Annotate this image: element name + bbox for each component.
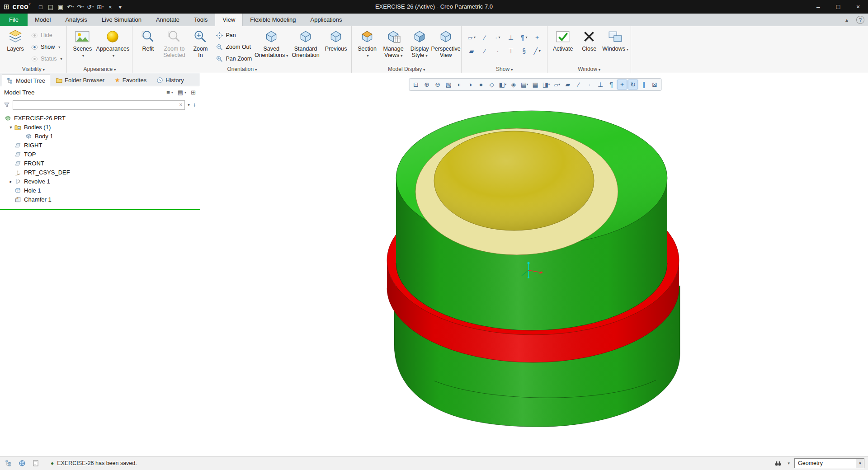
previous-button[interactable]: Previous — [323, 28, 349, 52]
standard-orientation-button[interactable]: Standard Orientation — [288, 28, 323, 59]
display-style-button[interactable]: Display Style▾ — [406, 28, 433, 59]
open-file-button[interactable]: ▤ — [46, 1, 55, 12]
tree-item-chamfer-1[interactable]: Chamfer 1 — [0, 195, 200, 204]
pause-button[interactable]: ∥ — [639, 80, 649, 89]
tree-item-body-1[interactable]: Body 1 — [0, 132, 200, 141]
customize-toolbar-button[interactable]: ▾ — [116, 1, 125, 12]
help-icon[interactable]: ? — [856, 16, 864, 24]
tree-item-front[interactable]: FRONT — [0, 159, 200, 168]
perspective-button[interactable]: ◈ — [509, 80, 519, 89]
search-tool-icon[interactable] — [773, 458, 783, 468]
zoom-in-button[interactable]: ⊕ — [422, 80, 432, 89]
tab-analysis[interactable]: Analysis — [58, 14, 94, 26]
axis-display-button[interactable]: ∕ — [479, 31, 491, 43]
tree-item-bodies-1-[interactable]: ▾Bodies (1) — [0, 122, 200, 132]
activate-button[interactable]: Activate — [550, 28, 576, 52]
clip-button[interactable]: ⊠ — [650, 80, 660, 89]
tree-item-hole-1[interactable]: Hole 1 — [0, 186, 200, 195]
windows-button[interactable]: Windows▾ — [602, 28, 628, 52]
navigator-toggle-icon[interactable] — [4, 458, 14, 468]
clear-search-icon[interactable]: × — [179, 102, 182, 108]
tree-expand-all-button[interactable]: ⊞ — [191, 89, 196, 96]
notification-log-icon[interactable] — [31, 458, 41, 468]
repaint-button[interactable]: ▧ — [443, 80, 454, 89]
tab-flexible-modeling[interactable]: Flexible Modeling — [243, 14, 303, 26]
minimize-ribbon-icon[interactable]: ▴ — [843, 16, 851, 24]
spin-center-button[interactable]: + — [531, 31, 543, 43]
ribbon-group-label-model-display[interactable]: Model Display▾ — [352, 66, 461, 72]
shaded-button[interactable]: ● — [476, 80, 486, 89]
orient-mode-button[interactable]: ↻ — [628, 80, 638, 89]
redo-button[interactable]: ↷▾ — [76, 1, 85, 12]
tree-item-revolve-1[interactable]: ▸Revolve 1 — [0, 177, 200, 186]
zoom-to-selected-button[interactable]: Zoom to Selected — [161, 28, 187, 59]
no-hidden-button[interactable]: ◇ — [487, 80, 497, 89]
manage-views-button[interactable]: Manage Views▾ — [380, 28, 406, 59]
expander-icon[interactable]: ▾ — [7, 125, 14, 130]
status-button[interactable]: Status▾ — [28, 53, 64, 64]
ribbon-group-label-visibility[interactable]: Visibility▾ — [0, 66, 66, 72]
tree-display-button[interactable]: ▤▾ — [178, 89, 186, 96]
new-file-button[interactable]: □ — [36, 1, 45, 12]
model-canvas[interactable] — [200, 73, 868, 456]
ribbon-group-label-show[interactable]: Show▾ — [462, 66, 547, 72]
selection-filter-combobox[interactable]: Geometry ▾ — [794, 458, 864, 468]
ribbon-group-label-window[interactable]: Window▾ — [547, 66, 631, 72]
pan-button[interactable]: Pan — [213, 30, 254, 41]
shade-with-reflections-button[interactable]: ◑ — [465, 80, 476, 89]
tab-file[interactable]: File — [0, 14, 28, 26]
add-filter-icon[interactable]: + — [193, 101, 196, 108]
display-style-button[interactable]: ◧▾ — [498, 80, 508, 89]
tab-tools[interactable]: Tools — [187, 14, 215, 26]
spin-center-button[interactable]: + — [617, 80, 627, 89]
plane-display-button[interactable]: ▱▾ — [466, 31, 477, 43]
close-window-button[interactable]: × — [106, 1, 115, 12]
layers-button[interactable]: Layers — [2, 28, 28, 52]
maximize-button[interactable]: □ — [828, 0, 848, 14]
close-button[interactable]: Close — [576, 28, 602, 52]
app-menu-icon[interactable]: ⊞ — [4, 3, 9, 11]
saved-orientations-button[interactable]: ▤▾ — [519, 80, 530, 89]
tab-history[interactable]: History — [152, 74, 188, 86]
zoom-out-button[interactable]: ⊖ — [433, 80, 443, 89]
scenes-button[interactable]: Scenes▾ — [69, 28, 95, 59]
tab-model-tree[interactable]: Model Tree — [2, 75, 50, 86]
tree-item-top[interactable]: TOP — [0, 150, 200, 159]
tab-annotate[interactable]: Annotate — [149, 14, 187, 26]
tab-model[interactable]: Model — [28, 14, 58, 26]
zoom-in-button[interactable]: Zoom In — [187, 28, 213, 59]
minimize-button[interactable]: – — [808, 0, 828, 14]
point-display-button[interactable]: ∙▾ — [492, 31, 504, 43]
view-manager-button[interactable]: ▦ — [530, 80, 541, 89]
note-display-button[interactable]: § — [518, 45, 530, 57]
saved-orientations-button[interactable]: Saved Orientations▾ — [254, 28, 288, 59]
show-button[interactable]: Show▾ — [28, 42, 64, 52]
perspective-view-button[interactable]: Perspective View — [433, 28, 459, 59]
section-button[interactable]: Section▾ — [354, 28, 380, 59]
axis-display-button[interactable]: ∕ — [574, 80, 584, 89]
combobox-dropdown-icon[interactable]: ▾ — [856, 459, 864, 468]
ribbon-group-label-orientation[interactable]: Orientation▾ — [132, 66, 351, 72]
hide-button[interactable]: Hide — [28, 30, 64, 41]
tree-item-prt-csys-def[interactable]: PRT_CSYS_DEF — [0, 168, 200, 177]
csys-tag-display-button[interactable]: ⊤ — [505, 45, 517, 57]
section-button[interactable]: ◨▾ — [541, 80, 552, 89]
tab-favorites[interactable]: ★ Favorites — [110, 74, 151, 86]
annotation-display-button[interactable]: ¶▾ — [518, 31, 530, 43]
expander-icon[interactable]: ▸ — [7, 179, 14, 184]
viewport[interactable]: ⊡⊕⊖▧◐◑●◇◧▾◈▤▾▦◨▾▱▾▰∕∙⊥¶+↻∥⊠ — [200, 73, 868, 456]
close-button[interactable]: × — [848, 0, 868, 14]
save-button[interactable]: ▣ — [56, 1, 65, 12]
web-browser-icon[interactable] — [17, 458, 27, 468]
appearances-button[interactable]: Appearances▾ — [95, 28, 130, 59]
undo-button[interactable]: ↶▾ — [66, 1, 75, 12]
csys-display-button[interactable]: ⊥ — [595, 80, 606, 89]
point-tag-display-button[interactable]: · — [492, 45, 504, 57]
tab-view[interactable]: View — [215, 14, 243, 26]
model-part-exercise-26[interactable] — [387, 111, 680, 427]
refit-button[interactable]: Refit — [135, 28, 161, 52]
zoom-out-button[interactable]: Zoom Out — [213, 42, 254, 52]
tree-settings-button[interactable]: ≡▾ — [166, 89, 173, 96]
search-dropdown-icon[interactable]: ▾ — [188, 103, 190, 107]
tree-item-right[interactable]: RIGHT — [0, 141, 200, 150]
